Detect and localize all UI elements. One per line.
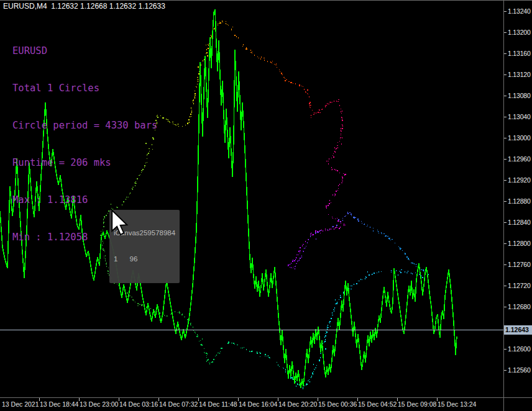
price-axis-label: 1.13120: [508, 71, 531, 78]
time-axis-label: 15 Dec 04:52: [358, 400, 397, 408]
current-price-badge: 1.12643: [504, 325, 532, 335]
time-axis-label: 15 Dec 00:36: [318, 400, 357, 408]
mouse-cursor-icon: [109, 209, 131, 238]
time-axis-label: 14 Dec 07:32: [159, 400, 198, 408]
price-axis-label: 1.12560: [508, 366, 531, 374]
time-axis-label: 14 Dec 20:20: [278, 400, 317, 408]
price-axis-label: 1.12840: [508, 219, 531, 226]
comment-line-symbol: EURUSD: [12, 45, 157, 57]
time-axis-label: 13 Dec 2021: [2, 400, 39, 408]
price-axis-label: 1.13160: [508, 50, 531, 57]
price-axis-label: 1.12880: [508, 197, 531, 205]
mt4-chart-window: EURUSD,M4 1.12632 1.12668 1.12632 1.1263…: [0, 0, 532, 411]
time-axis-label: 14 Dec 03:16: [119, 400, 158, 408]
price-axis-label: 1.13000: [508, 134, 531, 142]
price-axis-label: 1.12960: [508, 155, 531, 163]
time-axis-label: 15 Dec 09:08: [398, 400, 436, 408]
comment-line-runtime: Runtime = 206 mks: [12, 156, 157, 169]
comment-line-total: Total 1 Circles: [12, 82, 157, 94]
time-axis-label: 14 Dec 11:48: [199, 400, 237, 408]
price-axis-label: 1.13080: [508, 92, 531, 99]
price-axis-label: 1.13240: [508, 7, 531, 15]
price-axis-label: 1.13040: [508, 113, 531, 120]
price-axis-label: 1.12680: [508, 303, 531, 310]
price-axis-label: 1.12600: [508, 345, 531, 353]
price-axis-label: 1.12720: [508, 282, 531, 289]
time-axis-label: 13 Dec 18:44: [40, 400, 78, 408]
comment-line-max: Max : 1.13816: [12, 194, 157, 206]
price-axis-label: 1.12800: [508, 240, 531, 247]
price-axis-label: 1.12920: [508, 176, 531, 184]
price-axis-label: 1.13200: [508, 29, 531, 36]
chart-symbol-title: EURUSD,M4 1.12632 1.12668 1.12632 1.1263…: [3, 2, 165, 11]
time-axis-label: 15 Dec 13:24: [438, 400, 476, 408]
time-axis-label: 14 Dec 16:04: [239, 400, 277, 408]
time-axis-label: 13 Dec 23:00: [80, 400, 118, 408]
price-axis-label: 1.12760: [508, 261, 531, 268]
comment-line-period: Circle period = 4330 bars: [12, 119, 157, 132]
tooltip-object-value: 1 96: [114, 255, 175, 263]
